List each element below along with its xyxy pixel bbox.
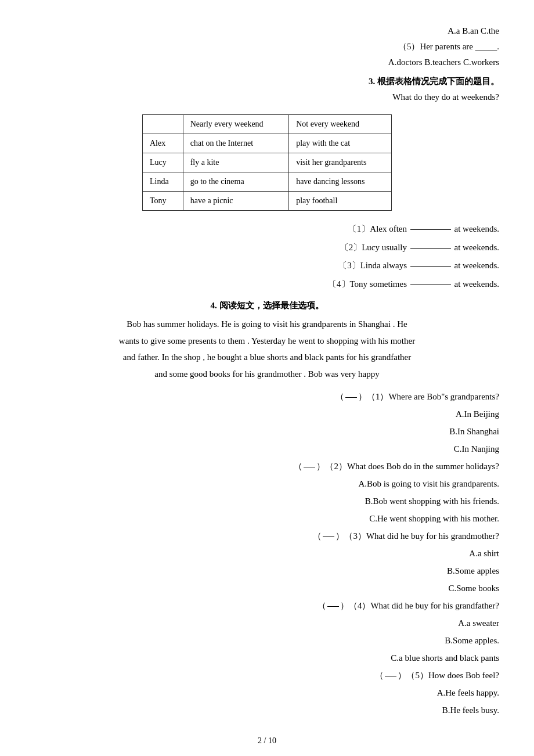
fill-q4-blank[interactable] [410,285,451,285]
q2-optB: B.Bob went shopping with his friends. [35,492,499,510]
fill-section: 〔1〕Alex often at weekends. 〔2〕Lucy usual… [35,220,499,293]
q3-optB: B.Some apples [35,562,499,579]
section3-sub: What do they do at weekends? [35,89,499,105]
q3-optC: C.Some books [35,579,499,597]
q2-optC: C.He went shopping with his mother. [35,510,499,527]
table-row: Linda go to the cinema have dancing less… [143,172,392,192]
row-linda-nearly: go to the cinema [183,172,288,192]
table-header-row: Nearly every weekend Not every weekend [143,115,392,134]
row-tony-name: Tony [143,192,183,211]
q4-optB: B.Some apples. [35,632,499,649]
fill-q2: 〔2〕Lucy usually at weekends. [35,239,499,257]
fill-q2-prefix: 〔2〕Lucy usually [340,243,407,252]
section3-title: 3. 根据表格情况完成下面的题目。 [369,77,499,86]
row-alex-name: Alex [143,134,183,153]
q3-line: （）（3）What did he buy for his grandmother… [35,527,499,545]
fill-q3-prefix: 〔3〕Linda always [338,261,407,270]
q4-line: （）（4）What did he buy for his grandfather… [35,597,499,614]
page: A.a B.an C.the （5）Her parents are _____.… [35,23,499,746]
passage-line1: Bob has summer holidays. He is going to … [35,316,499,333]
fill-q2-suffix: at weekends. [454,243,499,252]
row-linda-name: Linda [143,172,183,192]
q4-answer-blank[interactable] [327,606,339,607]
col-not-every-header: Not every weekend [289,115,392,134]
q1-optC: C.In Nanjing [35,440,499,458]
activity-table: Nearly every weekend Not every weekend A… [142,114,392,211]
row-tony-not: play football [289,192,392,211]
row-alex-not: play with the cat [289,134,392,153]
top-section: A.a B.an C.the （5）Her parents are _____.… [35,23,499,105]
q3-optA: A.a shirt [35,545,499,562]
table-container: Nearly every weekend Not every weekend A… [35,114,499,211]
table-row: Tony have a picnic play football [143,192,392,211]
answer-line1: A.a B.an C.the [35,23,499,39]
q2-line: （）（2）What does Bob do in the summer holi… [35,458,499,475]
col-name-header [143,115,183,134]
q1-optA: A.In Beijing [35,405,499,423]
q2-optA: A.Bob is going to visit his grandparents… [35,475,499,492]
q5-options: A.doctors B.teachers C.workers [35,55,499,70]
q2-answer-blank[interactable] [304,467,315,467]
row-lucy-nearly: fly a kite [183,153,288,172]
section4-title: 4. 阅读短文，选择最佳选项。 [35,300,499,311]
fill-q1-prefix: 〔1〕Alex often [348,224,407,233]
q5-text: （5）Her parents are _____. [398,42,499,51]
q5-answer-blank[interactable] [385,676,396,676]
q5-optA: A.He feels happy. [35,684,499,701]
fill-q1-blank[interactable] [410,229,451,230]
passage: Bob has summer holidays. He is going to … [35,316,499,382]
fill-q2-blank[interactable] [410,248,451,249]
row-alex-nearly: chat on the Internet [183,134,288,153]
fill-q4-prefix: 〔4〕Tony sometimes [328,279,407,289]
q4-optA: A.a sweater [35,614,499,632]
fill-q4-suffix: at weekends. [454,279,499,289]
passage-line2: wants to give some presents to them . Ye… [35,333,499,350]
fill-q3: 〔3〕Linda always at weekends. [35,257,499,275]
questions-section: （）（1）Where are Bob"s grandparents? A.In … [35,388,499,719]
fill-q3-suffix: at weekends. [454,261,499,270]
q1-optB: B.In Shanghai [35,423,499,440]
q1-line: （）（1）Where are Bob"s grandparents? [35,388,499,405]
row-lucy-not: visit her grandparents [289,153,392,172]
passage-line4: and some good books for his grandmother … [35,366,499,383]
question5: （5）Her parents are _____. [35,39,499,55]
q5-optB: B.He feels busy. [35,701,499,719]
q4-optC: C.a blue shorts and black pants [35,649,499,667]
row-tony-nearly: have a picnic [183,192,288,211]
table-row: Lucy fly a kite visit her grandparents [143,153,392,172]
row-linda-not: have dancing lessons [289,172,392,192]
q1-answer-blank[interactable] [345,397,357,398]
passage-line3: and father. In the shop , he bought a bl… [35,349,499,366]
col-nearly-every-header: Nearly every weekend [183,115,288,134]
fill-q1-suffix: at weekends. [454,224,499,233]
section4: 4. 阅读短文，选择最佳选项。 Bob has summer holidays.… [35,300,499,719]
q5-line: （）（5）How does Bob feel? [35,667,499,684]
fill-q4: 〔4〕Tony sometimes at weekends. [35,275,499,294]
fill-q1: 〔1〕Alex often at weekends. [35,220,499,239]
row-lucy-name: Lucy [143,153,183,172]
q3-answer-blank[interactable] [323,537,334,537]
fill-q3-blank[interactable] [410,266,451,267]
table-row: Alex chat on the Internet play with the … [143,134,392,153]
page-number: 2 / 10 [35,736,499,746]
